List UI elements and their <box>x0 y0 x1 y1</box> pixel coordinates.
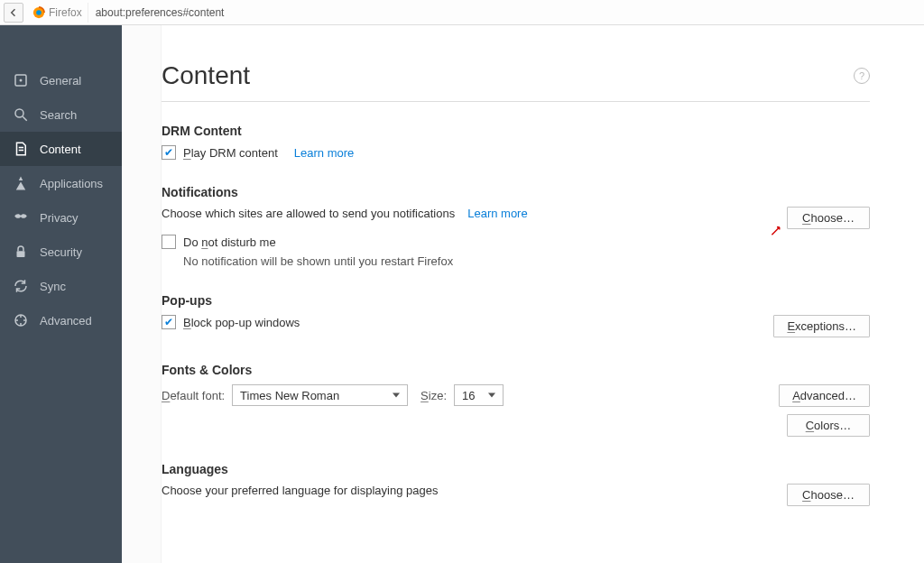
sidebar-item-privacy[interactable]: Privacy <box>0 200 122 235</box>
section-popups: Pop-ups Block pop-up windows Exceptions… <box>162 293 870 337</box>
sidebar-item-label: Search <box>40 108 77 122</box>
fonts-advanced-button[interactable]: Advanced… <box>779 384 870 407</box>
block-popups-label: Block pop-up windows <box>183 316 300 329</box>
sidebar-item-content[interactable]: Content <box>0 132 122 166</box>
sidebar-item-sync[interactable]: Sync <box>0 269 122 303</box>
sidebar-item-general[interactable]: General <box>0 63 122 97</box>
content-icon <box>13 141 29 157</box>
section-fonts: Fonts & Colors Default font: Times New R… <box>162 363 870 437</box>
general-icon <box>13 72 29 88</box>
url-text[interactable]: about:preferences#content <box>92 6 225 19</box>
sidebar-item-applications[interactable]: Applications <box>0 166 122 200</box>
do-not-disturb-label: Do not disturb me <box>183 235 276 249</box>
default-font-label: Default font: <box>162 389 225 402</box>
sidebar-item-label: Security <box>40 245 82 259</box>
sync-icon <box>13 278 29 294</box>
languages-choose-button[interactable]: Choose… <box>787 484 870 506</box>
firefox-icon <box>32 6 45 19</box>
notifications-desc: Choose which sites are allowed to send y… <box>162 207 455 220</box>
svg-rect-8 <box>17 251 25 257</box>
drm-learn-more-link[interactable]: Learn more <box>294 146 354 160</box>
font-size-select[interactable]: 16 <box>454 384 504 406</box>
section-title: DRM Content <box>162 124 870 138</box>
svg-line-5 <box>23 116 27 121</box>
popups-exceptions-button[interactable]: Exceptions… <box>773 315 870 337</box>
do-not-disturb-help: No notification will be shown until you … <box>183 254 870 268</box>
block-popups-checkbox[interactable] <box>162 315 176 329</box>
section-drm: DRM Content Play DRM content Learn more <box>162 124 870 160</box>
main-pane: Content ? DRM Content Play DRM content L… <box>162 25 924 563</box>
sidebar-item-label: Sync <box>40 280 66 293</box>
section-title: Notifications <box>162 185 870 199</box>
default-font-select[interactable]: Times New Roman <box>232 384 408 406</box>
section-title: Fonts & Colors <box>162 363 870 377</box>
svg-point-3 <box>20 79 23 82</box>
identity-box[interactable]: Firefox <box>27 3 88 23</box>
languages-desc: Choose your preferred language for displ… <box>162 484 438 497</box>
urlbar: Firefox about:preferences#content <box>0 0 924 25</box>
notifications-learn-more-link[interactable]: Learn more <box>467 207 527 220</box>
do-not-disturb-checkbox[interactable] <box>162 235 176 249</box>
section-title: Languages <box>162 462 870 476</box>
sidebar-item-label: Content <box>40 143 81 156</box>
advanced-icon <box>13 312 29 328</box>
sidebar-item-label: General <box>40 74 81 88</box>
brand-label: Firefox <box>49 6 82 19</box>
svg-point-4 <box>15 109 23 117</box>
applications-icon <box>13 175 29 191</box>
page-title: Content <box>162 61 250 90</box>
search-icon <box>13 106 29 123</box>
play-drm-label: Play DRM content <box>183 146 278 160</box>
svg-point-1 <box>36 10 42 15</box>
sidebar-item-label: Applications <box>40 177 103 190</box>
help-icon[interactable]: ? <box>854 68 870 84</box>
lock-icon <box>13 244 29 260</box>
sidebar-item-label: Privacy <box>40 211 79 225</box>
play-drm-checkbox[interactable] <box>162 145 176 160</box>
category-sidebar: General Search Content Applications Priv… <box>0 25 122 563</box>
colors-button[interactable]: Colors… <box>787 414 870 437</box>
section-notifications: Notifications Choose which sites are all… <box>162 185 870 268</box>
notifications-choose-button[interactable]: Choose… <box>787 207 870 229</box>
sidebar-item-advanced[interactable]: Advanced <box>0 303 122 337</box>
gutter <box>122 25 162 563</box>
section-title: Pop-ups <box>162 293 870 308</box>
font-size-label: Size: <box>420 389 447 402</box>
privacy-icon <box>13 209 29 226</box>
sidebar-item-label: Advanced <box>40 314 92 328</box>
sidebar-item-security[interactable]: Security <box>0 235 122 269</box>
sidebar-item-search[interactable]: Search <box>0 97 122 132</box>
section-languages: Languages Choose your preferred language… <box>162 462 870 506</box>
back-button[interactable] <box>4 3 23 23</box>
